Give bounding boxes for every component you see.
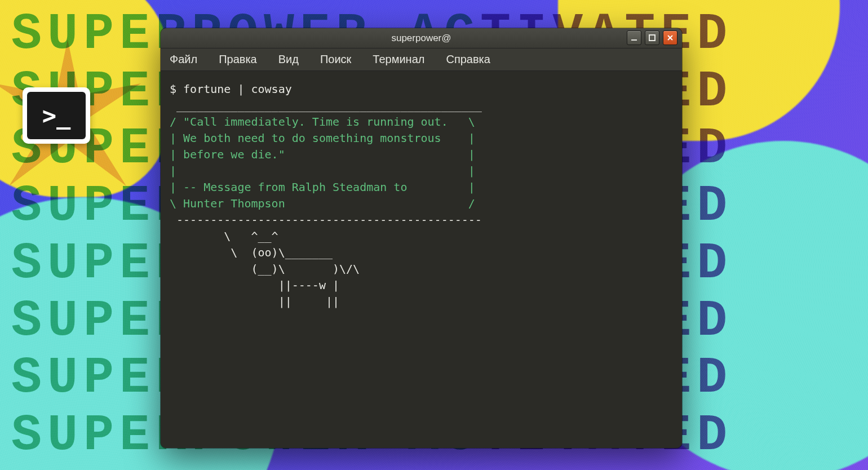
cowsay-art: ||----w |: [170, 278, 339, 292]
cowsay-border: ________________________________________…: [170, 99, 482, 112]
menu-help[interactable]: Справка: [446, 53, 490, 66]
cowsay-art: \ (oo)\_______: [170, 246, 333, 259]
close-button[interactable]: [663, 30, 677, 45]
menu-view[interactable]: Вид: [278, 53, 299, 66]
minimize-icon: [630, 34, 638, 42]
cowsay-art: (__)\ )\/\: [170, 262, 360, 276]
cowsay-art: || ||: [170, 295, 339, 308]
maximize-icon: [648, 34, 656, 42]
window-controls: [627, 30, 677, 45]
cowsay-border: ----------------------------------------…: [170, 213, 482, 227]
terminal-prompt-icon: >_: [27, 92, 86, 139]
terminal-window[interactable]: superpower@ Файл Правка Вид: [161, 28, 682, 448]
menu-terminal[interactable]: Терминал: [373, 53, 424, 66]
minimize-button[interactable]: [627, 30, 641, 45]
svg-rect-0: [631, 39, 637, 41]
menu-file[interactable]: Файл: [170, 53, 197, 66]
window-titlebar[interactable]: superpower@: [161, 28, 682, 48]
fortune-line: | -- Message from Ralph Steadman to |: [170, 180, 475, 194]
fortune-line: | before we die." |: [170, 148, 475, 161]
svg-rect-1: [649, 35, 655, 41]
cowsay-art: \ ^__^: [170, 229, 278, 243]
menu-edit[interactable]: Правка: [219, 53, 257, 66]
fortune-line: / "Call immediately. Time is running out…: [170, 115, 475, 128]
fortune-line: \ Hunter Thompson /: [170, 197, 475, 210]
window-title: superpower@: [391, 33, 451, 44]
fortune-line: | |: [170, 164, 475, 178]
menu-search[interactable]: Поиск: [320, 53, 351, 66]
fortune-line: | We both need to do something monstrous…: [170, 131, 475, 145]
command-line: $ fortune | cowsay: [170, 82, 292, 96]
close-icon: [666, 34, 674, 42]
terminal-output[interactable]: $ fortune | cowsay _____________________…: [161, 71, 682, 448]
terminal-app-icon[interactable]: >_: [23, 87, 90, 144]
menu-bar: Файл Правка Вид Поиск Терминал Справка: [161, 48, 682, 71]
maximize-button[interactable]: [645, 30, 659, 45]
